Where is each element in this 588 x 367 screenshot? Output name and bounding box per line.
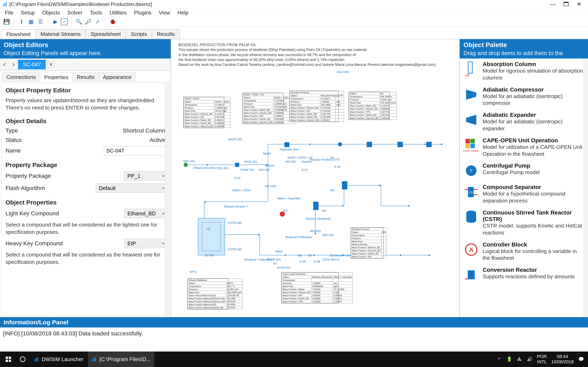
palette-item-controller-block[interactable]: A Controller BlockLogical block for cont… <box>460 239 588 264</box>
palette-item-adiabatic-compressor[interactable]: Adiabatic CompressorModel for an adiabat… <box>460 84 588 109</box>
tray-chevron-icon[interactable]: ^ <box>496 356 502 362</box>
name-input[interactable] <box>104 146 165 155</box>
palette-scrollbar[interactable] <box>584 58 588 317</box>
tray-clock[interactable]: 08:44 10/08/2018 <box>551 354 574 365</box>
palette-list[interactable]: AB Absorption ColumnModel for rigorous s… <box>460 58 588 317</box>
flash-label: Flash Algorithm <box>6 185 96 192</box>
lbl-m6: M6 <box>298 254 302 257</box>
taskbar-app-dwsim[interactable]: [C:\Program Files\D... <box>88 351 154 367</box>
maximize-button[interactable]: 🗖 <box>559 0 572 8</box>
lbl-etooh: EtOOH <box>265 164 274 167</box>
close-button[interactable]: ✕ <box>572 0 586 8</box>
pp-select[interactable]: PP_1 <box>124 171 165 181</box>
cortana-button[interactable] <box>16 351 29 367</box>
minimize-button[interactable]: — <box>546 0 559 8</box>
lbl-ethanol-recycle2: Ethanol Recycle ** <box>224 205 248 208</box>
subtab-properties[interactable]: Properties <box>40 73 73 82</box>
expander-icon <box>463 112 479 128</box>
cstr-icon <box>463 209 479 226</box>
subtab-results[interactable]: Results <box>72 73 99 82</box>
cape-open-icon: CAPE-OPEN <box>463 137 479 154</box>
lbl-mix002: MIX-002 <box>259 168 270 171</box>
menu-help[interactable]: Help <box>174 9 192 17</box>
lbl-sc: SC <box>207 227 211 231</box>
status-label: Status <box>6 137 150 143</box>
bug-icon[interactable]: 🐞 <box>109 18 117 26</box>
tab-spreadsheet[interactable]: Spreadsheet <box>86 29 126 39</box>
svg-rect-46 <box>92 359 93 361</box>
menu-file[interactable]: File <box>1 9 17 17</box>
palette-item-compound-separator[interactable]: CS Compound SeparatorModel for a hypothe… <box>460 182 588 207</box>
grid-icon[interactable]: ▦ <box>27 18 35 26</box>
nav-forward-icon[interactable]: > <box>9 61 18 68</box>
subtab-appearance[interactable]: Appearance <box>99 73 136 82</box>
tab-flowsheet[interactable]: Flowsheet <box>1 29 36 39</box>
palette-item-conversion-reactor[interactable]: Conversion ReactorSupports reactions def… <box>460 264 588 286</box>
heavy-select[interactable]: EtP <box>124 239 165 248</box>
zoom-in-icon[interactable]: 🔍 <box>75 18 83 26</box>
menu-utilities[interactable]: Utilities <box>106 9 130 17</box>
start-button[interactable] <box>2 351 15 367</box>
lbl-pump001: PUMP-001 <box>241 168 254 171</box>
palette-item-absorption-column[interactable]: AB Absorption ColumnModel for rigorous s… <box>460 58 588 84</box>
palette-item-adiabatic-expander[interactable]: Adiabatic ExpanderModel for an adiabatic… <box>460 109 588 135</box>
nav-back-icon[interactable]: < <box>0 61 9 68</box>
sliders-icon[interactable]: ☰ <box>36 18 44 26</box>
absorption-column-icon: AB <box>463 61 479 77</box>
object-tab-close[interactable]: ✕ <box>48 62 54 68</box>
editor-title: Object Property Editor <box>6 87 165 94</box>
subtab-connections[interactable]: Connections <box>2 73 40 82</box>
lbl-naohetohoil: NaOH + EtOH + Oil <box>287 156 312 159</box>
menu-objects[interactable]: Objects <box>38 9 64 17</box>
svg-point-33 <box>466 219 476 223</box>
info-icon[interactable]: ℹ <box>17 18 26 26</box>
fs-line1: This sample shows the production process… <box>178 47 452 52</box>
fit-icon[interactable]: ⤢ <box>94 18 102 26</box>
palette-item-cstr[interactable]: Continuous Stirred Tank Reactor (CSTR)CS… <box>460 207 588 239</box>
save-icon[interactable]: 💾 <box>2 18 11 26</box>
lbl-m1: M1 <box>330 156 334 159</box>
palette-item-centrifugal-pump[interactable]: P Centrifugal PumpCentrifugal Pump model <box>460 160 588 182</box>
fs-title: BIODIESEL PRODUCTION FROM PALM OIL <box>178 42 452 47</box>
left-scrollbar[interactable] <box>165 83 169 315</box>
palette-item-cape-open[interactable]: CAPE-OPEN CAPE-OPEN Unit OperationModel … <box>460 135 588 160</box>
flash-select[interactable]: Default <box>96 184 165 193</box>
menu-view[interactable]: View <box>155 9 174 17</box>
type-label: Type <box>6 127 122 134</box>
name-label: Name <box>6 147 104 154</box>
lbl-mix001: MIX-001 <box>285 160 296 163</box>
tray-volume-icon[interactable]: 🔊 <box>527 356 532 362</box>
svg-rect-43 <box>35 359 35 361</box>
tab-results[interactable]: Results <box>152 29 180 39</box>
zoom-out-icon[interactable]: 🔎 <box>84 18 92 26</box>
play-icon[interactable]: ▶ <box>52 18 60 26</box>
flowsheet-canvas-area[interactable]: BIODIESEL PRODUCTION FROM PALM OIL This … <box>171 39 459 317</box>
taskbar-app-launcher[interactable]: DWSIM Launcher <box>30 351 87 367</box>
object-editors-subtitle: Object Editing Panels will appear here. <box>4 50 167 57</box>
check-icon[interactable]: ✓ <box>61 18 68 25</box>
light-select[interactable]: Ethanol_BD <box>124 209 165 218</box>
svg-rect-19 <box>466 139 470 143</box>
compressor-icon <box>463 86 479 103</box>
tray-battery-icon[interactable]: 🔋 <box>506 356 512 362</box>
lbl-naohetohm: NaOH + EtOm <box>232 189 251 192</box>
object-editors-header: Object Editors Object Editing Panels wil… <box>0 39 171 58</box>
tab-scripts[interactable]: Scripts <box>126 29 152 39</box>
menu-plugins[interactable]: Plugins <box>130 9 155 17</box>
pp-title: Property Package <box>6 161 165 168</box>
fs-line3: the final biodiesel chain was approximat… <box>178 57 452 62</box>
tray-notifications-icon[interactable]: 💬 <box>578 356 584 362</box>
taskbar-app2-label: [C:\Program Files\D... <box>99 356 150 363</box>
tab-material-streams[interactable]: Material Streams <box>35 29 86 39</box>
main-tabs: Flowsheet Material Streams Spreadsheet S… <box>0 27 588 39</box>
menu-tools[interactable]: Tools <box>86 9 106 17</box>
tray-lang[interactable]: POR INTL <box>537 354 547 365</box>
menu-solver[interactable]: Solver <box>64 9 86 17</box>
menu-setup[interactable]: Setup <box>17 9 38 17</box>
svg-point-14 <box>280 212 285 217</box>
taskbar: DWSIM Launcher [C:\Program Files\D... ^ … <box>0 351 588 367</box>
object-tab-sc047[interactable]: SC-047 <box>18 60 46 69</box>
palette-header: Object Palette Drag and drop items to ad… <box>460 39 588 58</box>
tray-network-icon[interactable]: 🖧 <box>517 356 522 362</box>
conversion-reactor-icon <box>463 267 479 283</box>
